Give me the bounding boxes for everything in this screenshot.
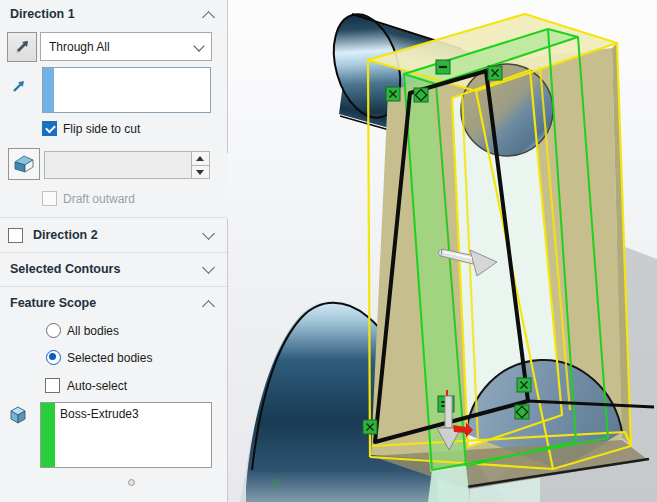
section-divider (0, 286, 227, 287)
section-title-direction1: Direction 1 (10, 7, 75, 21)
spin-down-button[interactable] (192, 166, 209, 179)
chevron-up-icon[interactable] (202, 11, 215, 24)
body-list-item[interactable]: Boss-Extrude3 (60, 407, 139, 421)
flip-side-label: Flip side to cut (63, 122, 140, 136)
graphics-viewport[interactable]: Y (228, 0, 657, 502)
chevron-up-icon[interactable] (202, 300, 215, 313)
relation-icon[interactable] (363, 420, 377, 434)
auto-select-checkbox[interactable] (45, 378, 60, 393)
all-bodies-label: All bodies (67, 324, 119, 338)
draft-button[interactable] (8, 148, 40, 180)
selected-bodies-radio[interactable] (46, 350, 61, 365)
relation-icon[interactable] (488, 66, 502, 80)
direction2-checkbox[interactable] (8, 228, 23, 243)
solidworks-extruded-cut-ui: { "panel": { "direction1": { "title": "D… (0, 0, 657, 502)
selection-active-bar (43, 68, 54, 112)
relation-icon[interactable] (436, 60, 450, 74)
body-highlight-bar (41, 403, 55, 467)
model-scene: Y (228, 0, 657, 502)
direction-reference-selection-box[interactable] (42, 67, 211, 113)
chevron-down-icon (193, 40, 204, 51)
listbox-resize-grip[interactable] (128, 479, 135, 486)
selected-bodies-label: Selected bodies (67, 351, 152, 365)
draft-angle-input (44, 151, 210, 179)
section-title-selected-contours[interactable]: Selected Contours (10, 262, 120, 276)
section-divider (0, 252, 227, 253)
relation-icon[interactable] (515, 405, 529, 419)
relation-icon[interactable] (414, 88, 428, 102)
bodies-selection-box[interactable]: Boss-Extrude3 (40, 402, 212, 468)
end-condition-value: Through All (41, 40, 110, 54)
draft-icon (12, 153, 36, 175)
property-manager-panel: Direction 1 Through All Flip side to cut (0, 0, 228, 502)
auto-select-label: Auto-select (67, 379, 127, 393)
chevron-down-icon[interactable] (202, 261, 215, 274)
draft-outward-checkbox (42, 191, 57, 206)
reverse-direction-icon (12, 37, 32, 57)
axis-label-y: Y (272, 476, 281, 491)
chevron-down-icon[interactable] (202, 227, 215, 240)
solid-body-cube-icon (8, 404, 28, 424)
draft-outward-label: Draft outward (63, 192, 135, 206)
reverse-direction-button[interactable] (7, 32, 37, 62)
direction-reference-arrow-icon (11, 78, 27, 94)
section-title-feature-scope[interactable]: Feature Scope (10, 296, 96, 310)
relation-icon[interactable] (517, 378, 531, 392)
spin-up-button[interactable] (192, 152, 209, 166)
relation-icon[interactable] (386, 87, 400, 101)
end-condition-dropdown[interactable]: Through All (40, 32, 212, 61)
flip-side-checkbox[interactable] (42, 121, 57, 136)
all-bodies-radio[interactable] (46, 323, 61, 338)
section-title-direction2[interactable]: Direction 2 (33, 228, 98, 242)
section-divider (0, 217, 227, 218)
